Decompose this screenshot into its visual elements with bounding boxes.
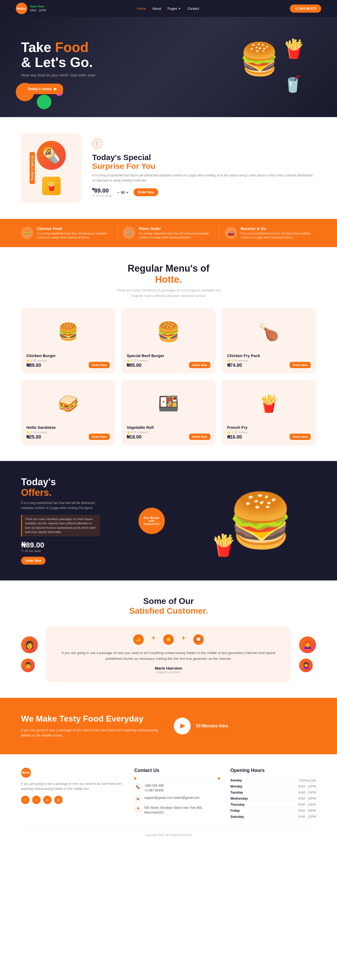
menu-item-chicken-fry: 🍗 Chicken Fry Pack ⭐ 0.35 reviews ₦74.00… [222,308,316,374]
video-label: 20 Minutes Intro [196,724,228,729]
offers-food-visual: 🍔 🍟 [174,481,316,560]
twitter-icon[interactable]: t [32,795,41,804]
receive-go-icon: 🚗 [225,227,237,239]
special-description: It is a long established fact that it wi… [92,173,316,183]
offers-description: It is a long established fact that that … [21,501,100,511]
chicken-burger-rating: ⭐ 0.35 reviews [26,359,47,362]
sandwise-meta: ⭐ 0.35 reviews ₦25.00 Order Now [26,431,110,440]
contact-address-item: 📍 555 Wood, Brooklyn Street new York 800… [134,805,220,815]
tuesday-row: Tuesday 8AM - 10PM [230,789,316,795]
fries-illustration: 🍟 [283,38,305,60]
veg-roll-rating: ⭐ 0.35 reviews [127,431,147,434]
sandwise-price: ₦25.00 [26,434,47,440]
chevron-down-icon: ▼ [178,7,181,10]
thursday-row: Thursday 8AM - 10PM [230,802,316,808]
video-section-title: We Make Testy Food Everyday [21,714,163,724]
offers-fries-image: 🍟 [210,533,237,558]
testimonial-author: Marie Hairston [54,666,283,670]
chicken-fry-meta: ⭐ 0.35 reviews ₦74.00 Order Now [227,359,311,368]
chicken-burger-image: 🍔 [26,313,110,350]
phone-button[interactable]: +2 364 98 672 [290,5,321,13]
step-receive-text: Receive & Go It is a long established fa… [240,226,316,240]
footer-grid: Hotto. If you are going to use a passage… [21,768,316,820]
instagram-icon[interactable]: in [43,795,52,804]
footer-copyright: Copyright 2021. All Rights Reserved. [21,828,316,837]
menu-item-veg-roll: 🍱 Vegetable Roll ⭐ 0.35 reviews ₦18.00 O… [121,380,215,445]
special-qty: − 02 + [117,191,128,194]
friday-row: Friday 8AM - 10PM [230,808,316,814]
special-beef-order-btn[interactable]: Order Now [189,362,210,368]
veg-roll-order-btn[interactable]: Order Now [189,434,210,440]
order-now-button[interactable]: Order Now [133,188,158,196]
chicken-burger-order-btn[interactable]: Order Now [89,362,110,368]
french-fry-name: French Fry [227,425,311,430]
avatar-3: 👩‍🦰 [299,636,316,653]
avatar-2: 👨 [21,659,35,672]
offers-quote: There are many variations passages of Lo… [21,515,100,536]
plus-icon-left: + [152,634,155,645]
special-beef-price: ₦95.00 [127,362,147,368]
avatar-1: 👩 [21,636,38,653]
special-time: ⏱ 20 min away [92,194,112,197]
video-section: We Make Testy Food Everyday If you are g… [0,698,337,754]
burger-illustration: 🍔 [240,41,279,78]
choose-food-icon: 🍔 [21,227,33,239]
testimonial-role: Happy Customer [54,670,283,674]
menu-subtitle: There are many variations of passages of… [116,288,221,299]
special-beef-meta: ⭐ 0.35 reviews ₦95.00 Order Now [127,359,210,368]
navbar: Hotto. Open Now 8AM - 10PM Home About Pa… [0,0,337,17]
chicken-burger-meta: ⭐ 0.35 reviews ₦89.00 Order Now [26,359,110,368]
offers-price: ₦89.00 [21,541,163,549]
offers-order-btn[interactable]: Order Now [21,557,46,565]
chicken-fry-price: ₦74.00 [227,362,248,368]
facebook-icon[interactable]: f [21,795,30,804]
contact-heading: Contact Us [134,768,220,773]
location-icon: 📍 [134,805,142,813]
minus-icon[interactable]: − [117,191,120,194]
nav-home[interactable]: Home [137,6,146,11]
veg-roll-name: Vegetable Roll [127,425,210,430]
video-left-content: We Make Testy Food Everyday If you are g… [21,714,163,738]
special-info: 🍴 Today's Special Surprise For You It is… [92,139,316,197]
hero-food-image: 🍔 🍟 🥤 [226,30,316,104]
avatar-4: 👩‍🦱 [299,659,313,672]
special-price-block: ₦89.00 ⏱ 20 min away [92,187,112,197]
offers-title: Today's Offers. [21,477,163,498]
play-button[interactable] [174,718,191,735]
special-price: ₦89.00 [92,187,112,194]
plus-icon[interactable]: + [127,191,128,194]
contact-address: 555 Wood, Brooklyn Street new York 800, … [144,805,220,815]
french-fry-order-btn[interactable]: Order Now [290,434,311,440]
test-icon-center: ⭐ [163,634,174,645]
step-choose-food: 🍔 Choose Food It is a long established f… [21,226,112,240]
youtube-icon[interactable]: yt [54,795,63,804]
contact-email: support@gmail.com hotte4@gmail.com [144,795,199,800]
nav-about[interactable]: About [152,6,161,11]
menu-item-sandwise: 🥪 Hotte Sandwise ⭐ 0.35 reviews ₦25.00 O… [21,380,115,445]
chicken-fry-name: Chicken Fry Pack [227,353,311,358]
offers-burger-image: 🍔 [228,490,294,552]
step-divider-2 [219,226,220,239]
special-title: Today's Special Surprise For You [92,153,316,170]
email-icon: ✉ [134,795,142,803]
step-order-text: Place Order It is a long established fac… [139,226,214,240]
sandwise-rating: ⭐ 0.35 reviews [26,431,47,434]
french-fry-rating: ⭐ 0.35 reviews [227,431,248,434]
veg-roll-price: ₦18.00 [127,434,147,440]
sandwise-order-btn[interactable]: Order Now [89,434,110,440]
contact-phone-item: 📞 +880 555 468 +2 887 66456 [134,783,220,793]
video-right-content: 20 Minutes Intro [174,718,316,735]
testimonial-card: 👍 + ⭐ + 💬 If you are going to use a pass… [46,626,291,682]
contact-phones: +880 555 468 +2 887 66456 [144,783,164,793]
contact-email-item: ✉ support@gmail.com hotte4@gmail.com [134,795,220,803]
special-fries-image: 🍟 [42,177,60,195]
step-divider-1 [117,226,118,239]
wednesday-row: Wednesday 8AM - 10PM [230,795,316,802]
chicken-fry-order-btn[interactable]: Order Now [290,362,311,368]
step-place-order: 🛒 Place Order It is a long established f… [123,226,214,240]
nav-logo: Hotto. Open Now 8AM - 10PM [16,3,46,14]
nav-pages[interactable]: Pages ▼ [168,6,181,11]
today-menu-button[interactable]: Today's menu ▶ [21,84,63,94]
footer: Hotto. If you are going to use a passage… [0,754,337,842]
nav-contact[interactable]: Contact [187,6,199,11]
